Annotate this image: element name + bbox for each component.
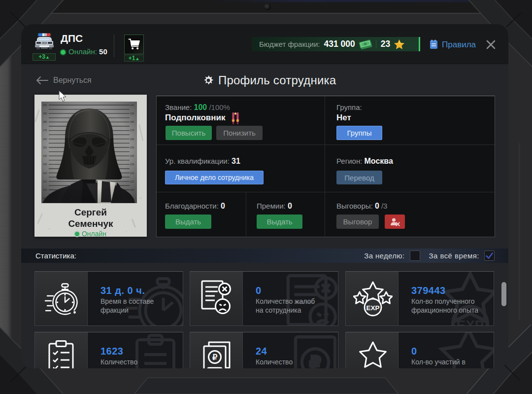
svg-text:EXP: EXP bbox=[366, 304, 379, 312]
svg-text:₽: ₽ bbox=[212, 353, 217, 361]
svg-text:₽: ₽ bbox=[310, 354, 320, 368]
svg-text:EXP: EXP bbox=[456, 318, 484, 326]
